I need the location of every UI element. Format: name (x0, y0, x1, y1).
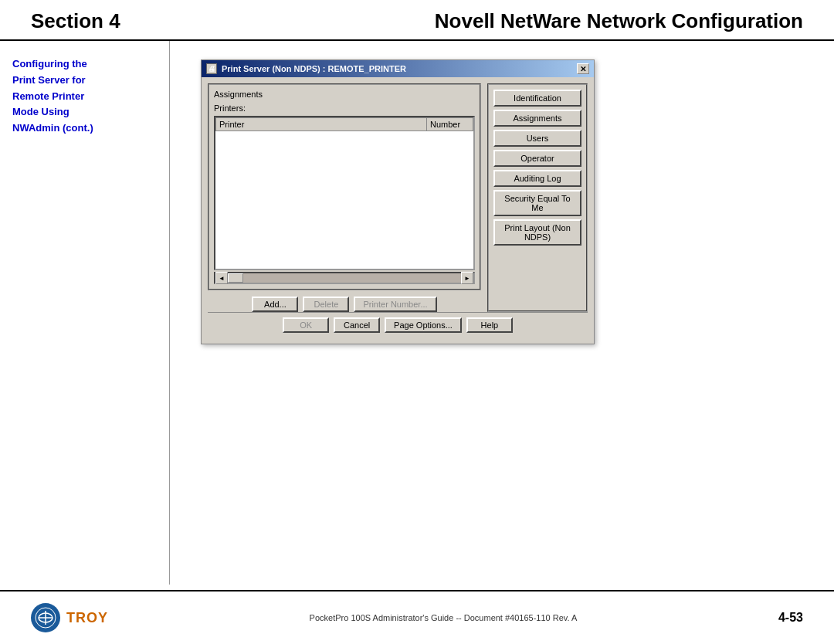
content-area: 🖨 Print Server (Non NDPS) : REMOTE_PRINT… (170, 41, 834, 585)
page-options-button[interactable]: Page Options... (385, 317, 462, 333)
logo-text: TROY (66, 610, 108, 626)
scroll-track (228, 273, 461, 283)
right-buttons-panel: Identification Assignments Users Operato… (487, 83, 588, 312)
dialog-body: Assignments Printers: Printer (202, 77, 594, 344)
dialog-titlebar: 🖨 Print Server (Non NDPS) : REMOTE_PRINT… (202, 60, 594, 77)
footer-doc-text: PocketPro 100S Administrator's Guide -- … (108, 613, 778, 622)
add-button[interactable]: Add... (252, 297, 298, 312)
operator-button[interactable]: Operator (493, 150, 581, 167)
sidebar-text: Configuring the Print Server for Remote … (12, 56, 157, 137)
footer-page-number: 4-53 (778, 611, 803, 625)
sidebar: Configuring the Print Server for Remote … (0, 41, 170, 585)
help-button[interactable]: Help (466, 317, 513, 333)
section-label: Section 4 (31, 9, 120, 33)
printers-label: Printers: (214, 103, 475, 113)
assignments-button[interactable]: Assignments (493, 110, 581, 127)
scroll-left-btn[interactable]: ◄ (215, 272, 228, 284)
security-equal-button[interactable]: Security Equal To Me (493, 190, 581, 216)
col-number: Number (427, 118, 473, 131)
assignments-label: Assignments (214, 90, 475, 99)
identification-button[interactable]: Identification (493, 90, 581, 107)
printers-table: Printer Number (215, 117, 473, 144)
page-header: Section 4 Novell NetWare Network Configu… (0, 0, 834, 41)
horizontal-scrollbar[interactable]: ◄ ► (214, 272, 475, 284)
dialog-footer: OK Cancel Page Options... Help (208, 312, 588, 337)
printer-number-button[interactable]: Printer Number... (354, 297, 436, 312)
printers-list: Printer Number (214, 116, 475, 270)
printer-action-buttons: Add... Delete Printer Number... (208, 297, 481, 312)
footer-logo: TROY (31, 603, 108, 632)
cancel-button[interactable]: Cancel (334, 317, 380, 333)
logo-icon (31, 603, 60, 632)
dialog-close-button[interactable]: ✕ (577, 63, 589, 74)
scroll-thumb[interactable] (228, 273, 243, 283)
printers-section: Printers: Printer Number (214, 103, 475, 284)
scroll-right-btn[interactable]: ► (461, 272, 473, 284)
page-footer: TROY PocketPro 100S Administrator's Guid… (0, 590, 834, 644)
table-row (216, 131, 473, 144)
dialog-title-icon: 🖨 (206, 63, 217, 74)
main-content: Configuring the Print Server for Remote … (0, 41, 834, 585)
left-panel: Assignments Printers: Printer (208, 83, 481, 312)
assignments-group: Assignments Printers: Printer (208, 83, 481, 290)
auditing-log-button[interactable]: Auditing Log (493, 170, 581, 187)
delete-button[interactable]: Delete (303, 297, 349, 312)
ok-button[interactable]: OK (283, 317, 329, 333)
users-button[interactable]: Users (493, 130, 581, 147)
print-layout-button[interactable]: Print Layout (Non NDPS) (493, 219, 581, 246)
col-printer: Printer (216, 118, 427, 131)
dialog-inner: Assignments Printers: Printer (208, 83, 588, 312)
dialog-title: 🖨 Print Server (Non NDPS) : REMOTE_PRINT… (206, 63, 406, 74)
dialog-window: 🖨 Print Server (Non NDPS) : REMOTE_PRINT… (201, 59, 595, 344)
page-title: Novell NetWare Network Configuration (120, 9, 803, 33)
